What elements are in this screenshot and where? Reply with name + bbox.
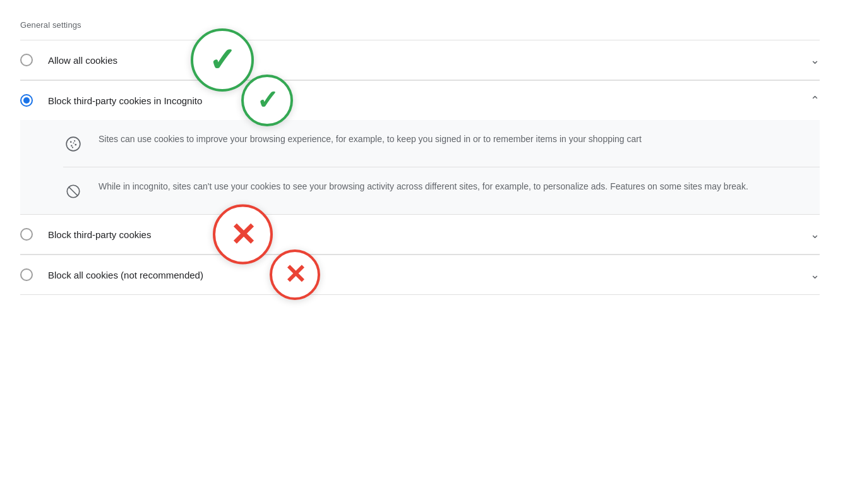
svg-point-5 xyxy=(73,142,75,143)
red-x-annotation-block-third-party: ✕ xyxy=(213,205,273,265)
chevron-block-all: ⌄ xyxy=(810,268,820,282)
option-label-block-incognito: Block third-party cookies in Incognito xyxy=(48,95,800,106)
svg-point-2 xyxy=(74,140,75,141)
green-check-annotation-incognito: ✓ xyxy=(241,75,293,126)
chevron-block-incognito: ⌃ xyxy=(810,93,820,107)
svg-point-3 xyxy=(75,144,76,146)
block-icon xyxy=(63,181,83,201)
option-label-allow-all: Allow all cookies xyxy=(48,55,800,66)
option-row-allow-all[interactable]: Allow all cookies ✓ ⌄ xyxy=(20,40,820,80)
option-label-block-third-party: Block third-party cookies xyxy=(48,229,800,240)
svg-point-0 xyxy=(66,137,80,151)
cookie-icon xyxy=(63,134,83,154)
green-check-annotation-allow-all: ✓ xyxy=(191,28,254,92)
radio-allow-all[interactable] xyxy=(20,54,33,66)
radio-block-all[interactable] xyxy=(20,268,33,281)
option-row-block-third-party[interactable]: Block third-party cookies ✕ ⌄ xyxy=(20,214,820,255)
radio-block-third-party[interactable] xyxy=(20,228,33,241)
info-row-block: While in incognito, sites can't use your… xyxy=(63,167,820,214)
svg-point-4 xyxy=(71,145,72,147)
option-row-block-all[interactable]: Block all cookies (not recommended) ✕ ⌄ xyxy=(20,255,820,295)
info-text-cookie: Sites can use cookies to improve your br… xyxy=(99,133,805,146)
option-row-block-incognito[interactable]: Block third-party cookies in Incognito ✓… xyxy=(20,80,820,214)
radio-block-incognito[interactable] xyxy=(20,94,33,107)
settings-page: General settings Allow all cookies ✓ ⌄ B… xyxy=(0,0,850,315)
chevron-allow-all: ⌄ xyxy=(810,53,820,67)
option-label-block-all: Block all cookies (not recommended) xyxy=(48,270,800,280)
info-row-cookie: Sites can use cookies to improve your br… xyxy=(63,120,820,167)
expanded-section-block-incognito: Sites can use cookies to improve your br… xyxy=(20,120,820,214)
svg-line-8 xyxy=(69,187,78,196)
chevron-block-third-party: ⌄ xyxy=(810,227,820,241)
section-title: General settings xyxy=(20,20,820,30)
red-x-annotation-block-all: ✕ xyxy=(270,249,320,300)
svg-point-6 xyxy=(72,147,73,148)
info-text-block: While in incognito, sites can't use your… xyxy=(99,180,805,193)
svg-point-1 xyxy=(70,141,72,143)
